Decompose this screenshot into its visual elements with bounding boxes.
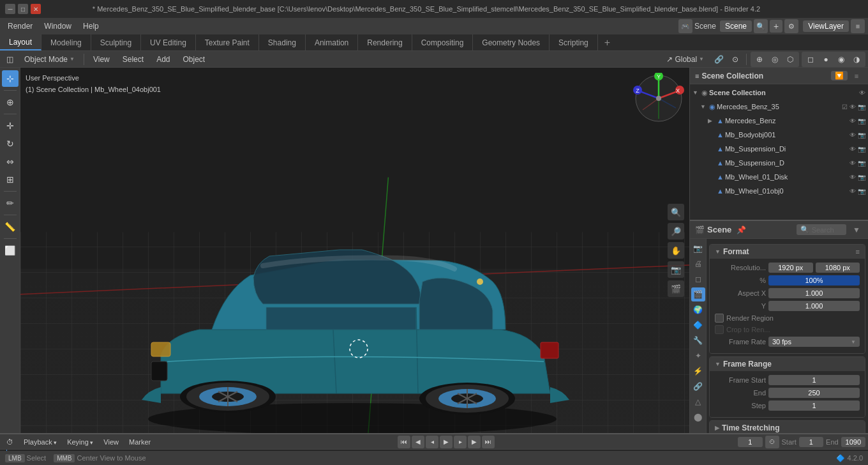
- cursor-tool[interactable]: ⊕: [2, 94, 19, 111]
- object-mode-dropdown[interactable]: Object Mode: [19, 54, 80, 65]
- xray-icon[interactable]: ⬡: [783, 52, 797, 66]
- frame-rate-dropdown[interactable]: 30 fps: [768, 337, 860, 347]
- render-region-checkbox[interactable]: Render Region: [715, 314, 774, 323]
- material-props-icon[interactable]: ⬤: [691, 410, 705, 424]
- view-zoom-out-btn[interactable]: 🔎: [668, 223, 684, 240]
- viewport-gizmo[interactable]: X Y Z: [633, 73, 684, 124]
- play-btn[interactable]: ▶: [440, 436, 453, 448]
- outliner-item-3[interactable]: ▲ Mb_Suspension_Di 👁 📷: [690, 142, 868, 156]
- measure-tool[interactable]: 📏: [2, 218, 19, 235]
- move-tool[interactable]: ✛: [2, 118, 19, 134]
- transform-tool[interactable]: ⊞: [2, 171, 19, 188]
- render-icon-3[interactable]: 📷: [858, 146, 865, 153]
- time-stretching-header[interactable]: ▶ Time Stretching: [710, 421, 865, 433]
- eye-icon-1[interactable]: 👁: [849, 118, 856, 125]
- properties-search[interactable]: 🔍 Search: [797, 224, 846, 235]
- eye-icon-4[interactable]: 👁: [849, 160, 856, 167]
- view-pan-btn[interactable]: ✋: [668, 242, 684, 259]
- outliner-item-5[interactable]: ▲ Mb_Wheel_01_Disk 👁 📷: [690, 170, 868, 184]
- tab-modeling[interactable]: Modeling: [41, 34, 91, 50]
- playback-speed-btn[interactable]: ⏲: [765, 436, 779, 448]
- outliner-item-0[interactable]: ▼ ◉ Mercedes_Benz_35 ☑ 👁 📷: [690, 100, 868, 114]
- 3d-viewport[interactable]: User Perspective (1) Scene Collection | …: [20, 68, 689, 433]
- frame-step-value[interactable]: 1: [768, 400, 860, 411]
- tab-rendering[interactable]: Rendering: [358, 34, 412, 50]
- particles-props-icon[interactable]: ✦: [691, 349, 705, 363]
- frame-start-value[interactable]: 1: [768, 375, 860, 385]
- view-layer-browse-icon[interactable]: ≡: [851, 19, 865, 33]
- physics-props-icon[interactable]: ⚡: [691, 364, 705, 378]
- view-menu[interactable]: View: [88, 54, 115, 65]
- render-icon-0[interactable]: 📷: [858, 103, 865, 111]
- minimize-btn[interactable]: ─: [5, 4, 15, 14]
- view-menu-tl[interactable]: View: [100, 438, 123, 446]
- frame-end-value[interactable]: 250: [768, 388, 860, 398]
- snap-icon[interactable]: 🔗: [712, 52, 726, 66]
- select-box-tool[interactable]: ⊹: [2, 70, 19, 87]
- tab-uv-editing[interactable]: UV Editing: [141, 34, 196, 50]
- world-props-icon[interactable]: 🌍: [691, 303, 705, 317]
- prev-key-btn[interactable]: ◂: [426, 436, 438, 448]
- constraints-props-icon[interactable]: 🔗: [691, 379, 705, 393]
- tab-layout[interactable]: Layout: [0, 34, 41, 50]
- resolution-y-value[interactable]: 1080 px: [816, 263, 860, 273]
- eye-icon-0[interactable]: 👁: [849, 103, 856, 111]
- scene-settings-icon[interactable]: ⚙: [784, 19, 798, 33]
- outliner-item-6[interactable]: ▲ Mb_Wheel_01obj0 👁 📷: [690, 184, 868, 198]
- jump-start-btn[interactable]: ⏮: [398, 436, 410, 448]
- scene-props-icon[interactable]: 🎬: [691, 287, 705, 301]
- scale-tool[interactable]: ⇔: [2, 153, 19, 170]
- proportional-icon[interactable]: ⊙: [728, 52, 742, 66]
- add-scene-btn[interactable]: +: [770, 20, 782, 33]
- aspect-x-value[interactable]: 1.000: [768, 288, 860, 298]
- object-menu[interactable]: Object: [177, 54, 210, 65]
- view-render-btn[interactable]: 🎬: [668, 280, 684, 297]
- eye-icon-3[interactable]: 👁: [849, 146, 856, 153]
- render-icon-6[interactable]: 📷: [858, 188, 865, 195]
- close-btn[interactable]: ✕: [31, 4, 41, 14]
- eye-icon-6[interactable]: 👁: [849, 188, 856, 195]
- eye-icon-2[interactable]: 👁: [849, 132, 856, 139]
- modifier-props-icon[interactable]: 🔧: [691, 333, 705, 347]
- resolution-pct-value[interactable]: 100%: [768, 275, 860, 286]
- next-frame-btn[interactable]: ▶: [468, 436, 481, 448]
- tab-geometry-nodes[interactable]: Geometry Nodes: [473, 34, 550, 50]
- maximize-btn[interactable]: □: [18, 4, 28, 14]
- scene-value[interactable]: Scene: [720, 20, 752, 32]
- view-camera-btn[interactable]: 📷: [668, 261, 684, 278]
- check-icon-0[interactable]: ☑: [842, 103, 848, 111]
- viewport-display-icon[interactable]: ◫: [3, 52, 17, 66]
- render-icon-2[interactable]: 📷: [858, 132, 865, 139]
- next-key-btn[interactable]: ▸: [454, 436, 467, 448]
- playback-menu[interactable]: Playback: [20, 438, 61, 446]
- tab-scripting[interactable]: Scripting: [550, 34, 598, 50]
- menu-window[interactable]: Window: [39, 20, 77, 32]
- outliner-item-2[interactable]: ▲ Mb_Bodyobj001 👁 📷: [690, 128, 868, 142]
- crop-render-checkbox[interactable]: Crop to Ren...: [715, 325, 770, 334]
- output-props-icon[interactable]: 🖨: [691, 257, 705, 271]
- object-props-icon[interactable]: 🔷: [691, 318, 705, 332]
- tab-texture-paint[interactable]: Texture Paint: [196, 34, 259, 50]
- pin-icon[interactable]: 📌: [737, 225, 746, 234]
- solid-icon[interactable]: ●: [819, 52, 833, 66]
- view-layer-value[interactable]: ViewLayer: [803, 20, 849, 32]
- render-icon-4[interactable]: 📷: [858, 160, 865, 167]
- annotate-tool[interactable]: ✏: [2, 195, 19, 211]
- outliner-item-root[interactable]: ▼ ◉ Scene Collection 👁: [690, 86, 868, 100]
- tab-shading[interactable]: Shading: [259, 34, 306, 50]
- outliner-item-1[interactable]: ▶ ▲ Mercedes_Benz 👁 📷: [690, 114, 868, 128]
- jump-end-btn[interactable]: ⏭: [482, 436, 495, 448]
- start-value[interactable]: 1: [799, 437, 823, 447]
- prev-frame-btn[interactable]: ◀: [412, 436, 424, 448]
- view-props-icon[interactable]: ◻: [691, 272, 705, 286]
- transform-dropdown[interactable]: ↗ Global: [661, 54, 709, 65]
- engine-icon[interactable]: 🎮: [678, 19, 692, 33]
- scene-browse-icon[interactable]: 🔍: [754, 19, 768, 33]
- eye-icon-5[interactable]: 👁: [849, 174, 856, 181]
- data-props-icon[interactable]: △: [691, 395, 705, 409]
- view-icon[interactable]: 👁: [859, 89, 865, 96]
- render-props-icon[interactable]: 📷: [691, 241, 705, 255]
- render-icon-5[interactable]: 📷: [858, 174, 865, 181]
- menu-render[interactable]: Render: [3, 20, 38, 32]
- properties-options-btn[interactable]: ▼: [850, 224, 863, 236]
